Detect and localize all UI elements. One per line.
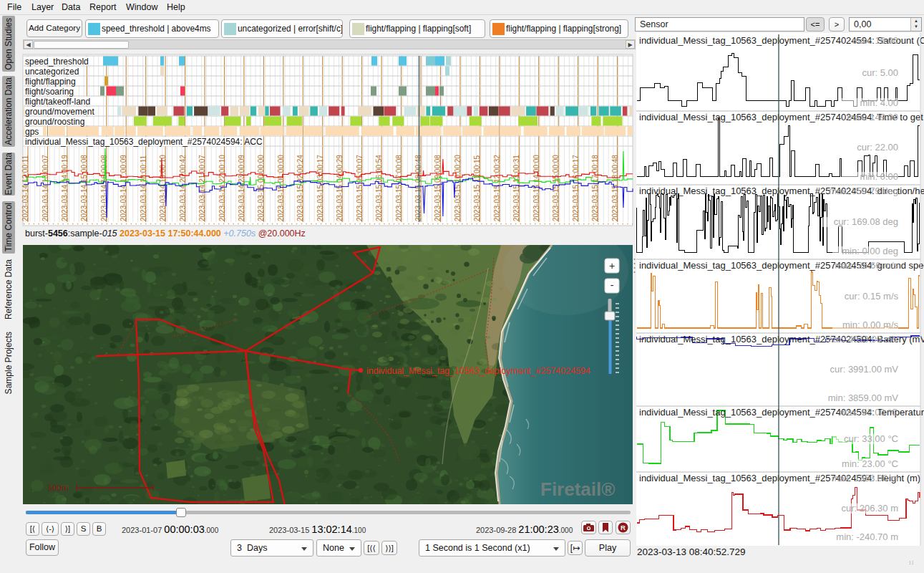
- svg-text:cur: 169.08 deg: cur: 169.08 deg: [834, 216, 898, 227]
- svg-text:2023-03-13 08:40:52.729: 2023-03-13 08:40:52.729: [637, 546, 746, 557]
- svg-text:max: 53.00 °C: max: 53.00 °C: [839, 407, 898, 418]
- svg-text:min: 3859.00 mV: min: 3859.00 mV: [828, 393, 899, 403]
- svg-text:cur: 33.00 °C: cur: 33.00 °C: [844, 433, 898, 444]
- svg-text:min: 0.00 m/s: min: 0.00 m/s: [842, 319, 899, 330]
- svg-text:max: 4013.00 mV: max: 4013.00 mV: [825, 334, 898, 345]
- svg-text:min: 23.00 °C: min: 23.00 °C: [842, 458, 898, 469]
- svg-text:min: 4.00: min: 4.00: [860, 97, 898, 108]
- svg-text:cur: 3991.00 mV: cur: 3991.00 mV: [830, 364, 899, 375]
- svg-text:cur: 0.15 m/s: cur: 0.15 m/s: [845, 291, 899, 302]
- svg-text:cur: 5.00: cur: 5.00: [862, 67, 898, 78]
- svg-text:max: 25.66 m/s: max: 25.66 m/s: [835, 260, 898, 271]
- svg-text:cur: 206.30 m: cur: 206.30 m: [842, 503, 899, 514]
- svg-text:min: 0.00 deg: min: 0.00 deg: [842, 246, 898, 256]
- svg-text:min: 0.00: min: 0.00: [860, 171, 898, 182]
- svg-text:min: -240.70 m: min: -240.70 m: [836, 531, 898, 542]
- svg-text:max: 359.79 deg: max: 359.79 deg: [829, 186, 898, 196]
- svg-text:max: 149.00: max: 149.00: [847, 112, 898, 122]
- svg-text:max: 16.00: max: 16.00: [852, 35, 898, 46]
- svg-text:max: 1353.00 m: max: 1353.00 m: [832, 473, 898, 483]
- svg-text:cur: 22.00: cur: 22.00: [857, 142, 898, 153]
